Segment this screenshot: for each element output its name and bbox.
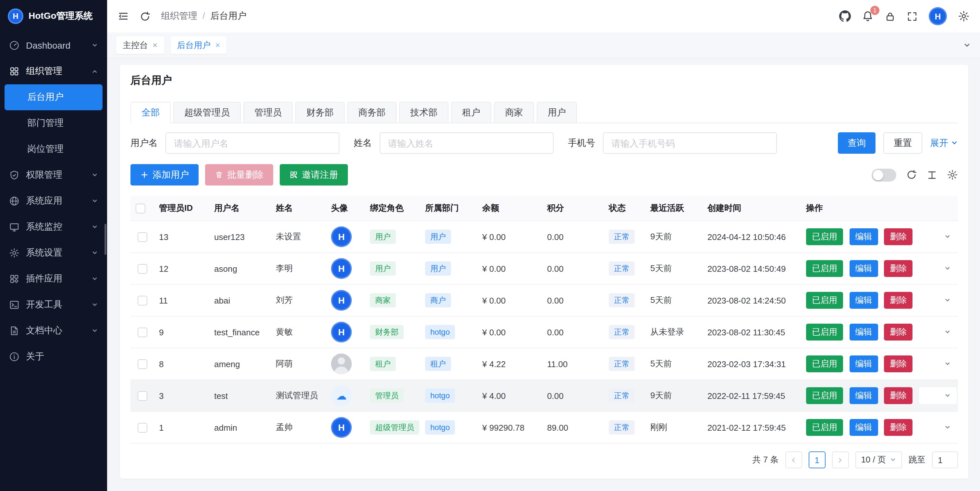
column-settings-gear-icon[interactable] <box>947 169 958 180</box>
settings-gear-icon[interactable] <box>958 10 970 22</box>
invite-register-button[interactable]: 邀请注册 <box>280 164 348 186</box>
edit-button[interactable]: 编辑 <box>849 292 878 309</box>
user-avatar[interactable]: H <box>929 7 947 25</box>
role-tab-merchant[interactable]: 商家 <box>494 102 534 123</box>
notifications[interactable]: 1 <box>862 10 873 22</box>
more-button[interactable]: 更多 <box>919 292 957 309</box>
expand-link[interactable]: 展开 <box>930 137 958 149</box>
more-button[interactable]: 更多 <box>919 419 957 436</box>
delete-button[interactable]: 删除 <box>884 356 913 372</box>
delete-button[interactable]: 删除 <box>884 419 913 436</box>
edit-button[interactable]: 编辑 <box>849 228 878 245</box>
sidebar-item-dashboard[interactable]: Dashboard <box>0 32 107 58</box>
sidebar-child-post-management[interactable]: 岗位管理 <box>0 136 107 162</box>
row-checkbox[interactable] <box>137 264 147 274</box>
enabled-button[interactable]: 已启用 <box>806 324 843 340</box>
reset-button[interactable]: 重置 <box>883 132 922 154</box>
close-icon[interactable]: × <box>215 40 220 50</box>
chevron-down-icon <box>944 234 951 240</box>
enabled-button[interactable]: 已启用 <box>806 260 843 277</box>
tab-backend-users[interactable]: 后台用户 × <box>170 37 226 54</box>
role-tab-finance[interactable]: 财务部 <box>295 102 345 123</box>
role-tab-tenant[interactable]: 租户 <box>451 102 491 123</box>
delete-button[interactable]: 删除 <box>884 324 913 340</box>
edit-button[interactable]: 编辑 <box>849 356 878 372</box>
phone-input[interactable] <box>603 132 777 154</box>
select-all-checkbox[interactable] <box>136 204 145 213</box>
sidebar-scrollbar[interactable] <box>105 224 107 255</box>
chevron-down-icon <box>92 172 98 178</box>
edit-button[interactable]: 编辑 <box>849 387 878 404</box>
add-user-button[interactable]: 添加用户 <box>130 164 199 186</box>
role-tab-super-admin[interactable]: 超级管理员 <box>173 102 241 123</box>
edit-button[interactable]: 编辑 <box>849 260 878 277</box>
search-button[interactable]: 查询 <box>838 132 875 154</box>
role-tab-tech[interactable]: 技术部 <box>399 102 449 123</box>
sidebar-item-system-monitor[interactable]: 系统监控 <box>0 214 107 240</box>
page-number-button[interactable]: 1 <box>808 451 825 468</box>
page-size-select[interactable]: 10 / 页 <box>855 451 902 468</box>
cell-balance: ¥ 4.22 <box>477 348 542 380</box>
breadcrumb-section[interactable]: 组织管理 <box>161 10 197 22</box>
sidebar-item-org-management[interactable]: 组织管理 <box>0 58 107 84</box>
sidebar-item-system-app[interactable]: 系统应用 <box>0 188 107 214</box>
delete-button[interactable]: 删除 <box>884 260 913 277</box>
delete-button[interactable]: 删除 <box>884 228 913 245</box>
enabled-button[interactable]: 已启用 <box>806 356 843 372</box>
more-button[interactable]: 更多 <box>919 260 957 277</box>
menu-fold-icon[interactable] <box>118 10 129 22</box>
sidebar-child-backend-users[interactable]: 后台用户 <box>5 84 103 110</box>
row-checkbox[interactable] <box>137 232 147 242</box>
cell-name: 孟帅 <box>270 412 326 443</box>
role-tab-admin[interactable]: 管理员 <box>243 102 293 123</box>
chevron-down-icon[interactable] <box>963 41 971 49</box>
batch-delete-button[interactable]: 批量删除 <box>205 164 273 186</box>
enabled-button[interactable]: 已启用 <box>806 228 843 245</box>
jump-to-input[interactable] <box>932 451 958 468</box>
fullscreen-icon[interactable] <box>907 11 918 22</box>
gear-icon <box>9 248 19 258</box>
table-density-icon[interactable] <box>927 170 937 180</box>
sidebar-child-dept-management[interactable]: 部门管理 <box>0 110 107 136</box>
enabled-button[interactable]: 已启用 <box>806 292 843 309</box>
row-checkbox[interactable] <box>137 423 147 433</box>
striped-toggle[interactable] <box>872 168 896 181</box>
enabled-button[interactable]: 已启用 <box>806 387 843 404</box>
row-checkbox[interactable] <box>137 391 147 401</box>
next-page-button[interactable] <box>832 451 849 468</box>
github-icon[interactable] <box>839 10 851 22</box>
close-icon[interactable]: × <box>153 40 158 50</box>
cell-created-at: 2022-02-11 17:59:45 <box>702 380 801 412</box>
username-input[interactable] <box>165 132 339 154</box>
sidebar-item-dev-tools[interactable]: 开发工具 <box>0 292 107 318</box>
lock-icon[interactable] <box>885 11 896 22</box>
prev-page-button[interactable] <box>785 451 802 468</box>
delete-button[interactable]: 删除 <box>884 387 913 404</box>
sidebar-item-docs[interactable]: 文档中心 <box>0 318 107 344</box>
role-tab-all[interactable]: 全部 <box>130 102 171 123</box>
more-button[interactable]: 更多 <box>919 356 957 372</box>
info-icon <box>9 351 19 362</box>
edit-button[interactable]: 编辑 <box>849 419 878 436</box>
more-button[interactable]: 更多 <box>919 387 957 404</box>
edit-button[interactable]: 编辑 <box>849 324 878 340</box>
breadcrumb-page[interactable]: 后台用户 <box>210 10 247 22</box>
sidebar-item-permission[interactable]: 权限管理 <box>0 162 107 188</box>
delete-button[interactable]: 删除 <box>884 292 913 309</box>
role-tab-user[interactable]: 用户 <box>537 102 577 123</box>
sidebar-item-system-settings[interactable]: 系统设置 <box>0 240 107 266</box>
sidebar-item-about[interactable]: 关于 <box>0 344 107 370</box>
more-button[interactable]: 更多 <box>919 324 957 340</box>
name-input[interactable] <box>380 132 554 154</box>
tab-dashboard-console[interactable]: 主控台 × <box>116 37 164 54</box>
table-refresh-icon[interactable] <box>906 169 917 180</box>
more-button[interactable]: 更多 <box>919 228 957 245</box>
col-header-status: 状态 <box>604 196 645 221</box>
row-checkbox[interactable] <box>137 327 147 337</box>
row-checkbox[interactable] <box>137 296 147 305</box>
enabled-button[interactable]: 已启用 <box>806 419 843 436</box>
refresh-icon[interactable] <box>140 11 151 22</box>
sidebar-item-plugins[interactable]: 插件应用 <box>0 266 107 292</box>
row-checkbox[interactable] <box>137 359 147 369</box>
role-tab-business[interactable]: 商务部 <box>347 102 396 123</box>
